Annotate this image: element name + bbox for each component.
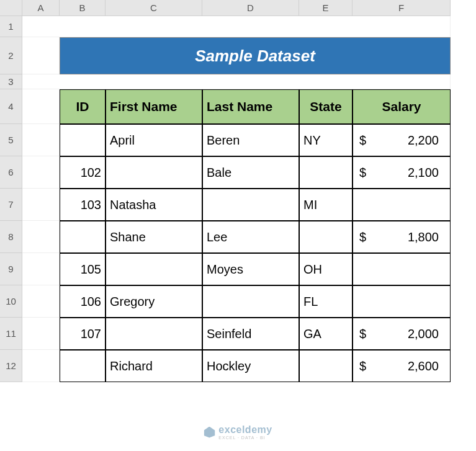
row-header-2[interactable]: 2 <box>0 37 22 74</box>
cell-A6[interactable] <box>22 156 60 189</box>
cell-last-name-7[interactable]: Hockley <box>202 350 299 382</box>
cell-salary-2[interactable] <box>353 189 451 221</box>
cell-id-3[interactable] <box>60 221 106 253</box>
cell-id-1[interactable]: 102 <box>60 156 106 189</box>
header-state[interactable]: State <box>299 89 353 124</box>
watermark-sub: EXCEL · DATA · BI <box>218 435 272 440</box>
cell-last-name-0[interactable]: Beren <box>202 124 299 156</box>
row-header-9[interactable]: 9 <box>0 253 22 285</box>
cell-salary-6[interactable]: $2,000 <box>353 318 451 350</box>
cell-id-0[interactable] <box>60 124 106 156</box>
row-header-6[interactable]: 6 <box>0 156 22 189</box>
cell-state-5[interactable]: FL <box>299 285 353 318</box>
col-header-E[interactable]: E <box>299 0 353 16</box>
salary-amount: 2,000 <box>408 327 446 341</box>
cell-first-name-5[interactable]: Gregory <box>106 285 202 318</box>
header-salary[interactable]: Salary <box>353 89 451 124</box>
cell-state-2[interactable]: MI <box>299 189 353 221</box>
cell-row1[interactable] <box>22 16 451 37</box>
row-header-1[interactable]: 1 <box>0 16 22 37</box>
cell-A4[interactable] <box>22 89 60 124</box>
cell-id-5[interactable]: 106 <box>60 285 106 318</box>
currency-symbol: $ <box>357 166 366 180</box>
salary-amount: 2,100 <box>408 166 446 180</box>
cell-state-3[interactable] <box>299 221 353 253</box>
title-banner[interactable]: Sample Dataset <box>60 37 451 74</box>
cell-first-name-2[interactable]: Natasha <box>106 189 202 221</box>
cell-last-name-1[interactable]: Bale <box>202 156 299 189</box>
currency-symbol: $ <box>357 359 366 373</box>
currency-symbol: $ <box>357 133 366 148</box>
watermark-brand: exceldemy <box>218 424 272 435</box>
spreadsheet-grid: A B C D E F 1 2 Sample Dataset 3 4 ID Fi… <box>0 0 451 382</box>
col-header-C[interactable]: C <box>106 0 202 16</box>
cell-A10[interactable] <box>22 285 60 318</box>
cell-state-4[interactable]: OH <box>299 253 353 285</box>
cell-state-1[interactable] <box>299 156 353 189</box>
row-header-4[interactable]: 4 <box>0 89 22 124</box>
cell-first-name-3[interactable]: Shane <box>106 221 202 253</box>
cell-id-7[interactable] <box>60 350 106 382</box>
col-header-B[interactable]: B <box>60 0 106 16</box>
cell-salary-1[interactable]: $2,100 <box>353 156 451 189</box>
cell-row3[interactable] <box>22 74 451 89</box>
cell-first-name-7[interactable]: Richard <box>106 350 202 382</box>
cell-id-2[interactable]: 103 <box>60 189 106 221</box>
cell-last-name-2[interactable] <box>202 189 299 221</box>
cell-A7[interactable] <box>22 189 60 221</box>
row-header-7[interactable]: 7 <box>0 189 22 221</box>
header-id[interactable]: ID <box>60 89 106 124</box>
header-last-name[interactable]: Last Name <box>202 89 299 124</box>
select-all-corner[interactable] <box>0 0 22 16</box>
row-header-8[interactable]: 8 <box>0 221 22 253</box>
currency-symbol: $ <box>357 230 366 244</box>
cell-A5[interactable] <box>22 124 60 156</box>
watermark: exceldemy EXCEL · DATA · BI <box>204 424 272 440</box>
cell-state-6[interactable]: GA <box>299 318 353 350</box>
row-header-3[interactable]: 3 <box>0 74 22 89</box>
cell-last-name-4[interactable]: Moyes <box>202 253 299 285</box>
cell-salary-3[interactable]: $1,800 <box>353 221 451 253</box>
row-header-10[interactable]: 10 <box>0 285 22 318</box>
logo-icon <box>204 427 215 438</box>
cell-first-name-6[interactable] <box>106 318 202 350</box>
cell-A8[interactable] <box>22 221 60 253</box>
salary-amount: 2,200 <box>408 133 446 148</box>
col-header-A[interactable]: A <box>22 0 60 16</box>
cell-A11[interactable] <box>22 318 60 350</box>
row-header-11[interactable]: 11 <box>0 318 22 350</box>
cell-A2[interactable] <box>22 37 60 74</box>
cell-first-name-0[interactable]: April <box>106 124 202 156</box>
salary-amount: 1,800 <box>408 230 446 244</box>
cell-salary-7[interactable]: $2,600 <box>353 350 451 382</box>
cell-salary-0[interactable]: $2,200 <box>353 124 451 156</box>
cell-state-7[interactable] <box>299 350 353 382</box>
cell-id-6[interactable]: 107 <box>60 318 106 350</box>
row-header-5[interactable]: 5 <box>0 124 22 156</box>
row-header-12[interactable]: 12 <box>0 350 22 382</box>
col-header-F[interactable]: F <box>353 0 451 16</box>
cell-last-name-5[interactable] <box>202 285 299 318</box>
header-first-name[interactable]: First Name <box>106 89 202 124</box>
cell-A9[interactable] <box>22 253 60 285</box>
cell-id-4[interactable]: 105 <box>60 253 106 285</box>
cell-salary-5[interactable] <box>353 285 451 318</box>
currency-symbol: $ <box>357 327 366 341</box>
cell-A12[interactable] <box>22 350 60 382</box>
cell-last-name-3[interactable]: Lee <box>202 221 299 253</box>
cell-first-name-4[interactable] <box>106 253 202 285</box>
salary-amount: 2,600 <box>408 359 446 373</box>
cell-state-0[interactable]: NY <box>299 124 353 156</box>
col-header-D[interactable]: D <box>202 0 299 16</box>
cell-salary-4[interactable] <box>353 253 451 285</box>
cell-first-name-1[interactable] <box>106 156 202 189</box>
cell-last-name-6[interactable]: Seinfeld <box>202 318 299 350</box>
